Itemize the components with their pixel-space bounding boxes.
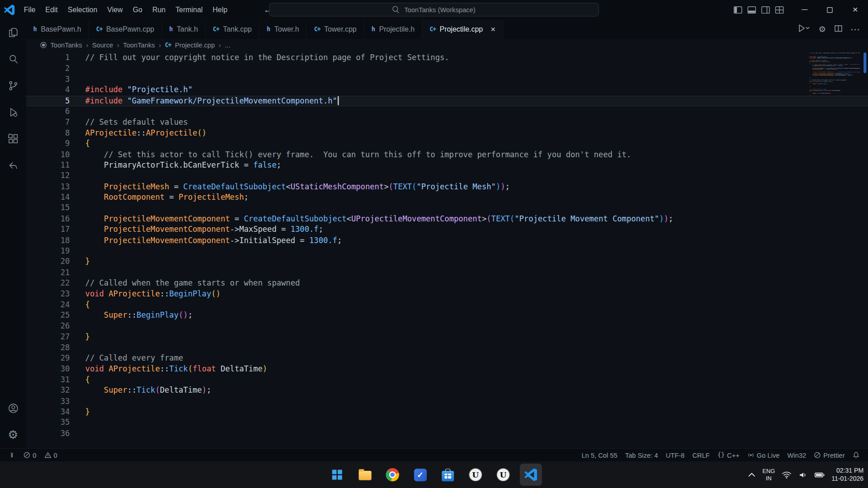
- code-line-31[interactable]: 31{: [26, 375, 868, 385]
- line-number[interactable]: 7: [26, 117, 70, 128]
- extensions-icon[interactable]: [0, 126, 26, 152]
- code-line-29[interactable]: 29// Called every frame: [26, 353, 868, 364]
- line-number[interactable]: 35: [26, 418, 70, 428]
- unreal-engine-button-2[interactable]: U: [492, 464, 514, 486]
- line-number[interactable]: 15: [26, 203, 70, 214]
- code-line-1[interactable]: 1// Fill out your copyright notice in th…: [26, 52, 868, 63]
- status-eol[interactable]: CRLF: [689, 451, 714, 459]
- menu-file[interactable]: File: [19, 0, 41, 19]
- menu-go[interactable]: Go: [128, 0, 147, 19]
- code-line-20[interactable]: 20}: [26, 256, 868, 267]
- menu-selection[interactable]: Selection: [63, 0, 103, 19]
- microsoft-store-button[interactable]: [437, 464, 459, 486]
- vscode-taskbar-button[interactable]: [520, 464, 542, 486]
- line-number[interactable]: 33: [26, 396, 70, 407]
- toggle-secondary-sidebar-icon[interactable]: [761, 6, 770, 14]
- code-line-3[interactable]: 3: [26, 74, 868, 85]
- command-center-search[interactable]: ToonTanks (Workspace): [269, 3, 599, 17]
- status-language-mode[interactable]: {}C++: [713, 451, 743, 459]
- menu-help[interactable]: Help: [208, 0, 232, 19]
- code-line-12[interactable]: 12: [26, 171, 868, 182]
- code-line-32[interactable]: 32 Super::Tick(DeltaTime);: [26, 385, 868, 396]
- code-line-13[interactable]: 13 ProjectileMesh = CreateDefaultSubobje…: [26, 181, 868, 192]
- run-debug-icon[interactable]: [0, 99, 26, 126]
- tab-Tower.h[interactable]: hTower.h: [259, 19, 307, 39]
- breadcrumb-item[interactable]: ...: [225, 41, 230, 49]
- status-errors[interactable]: 0: [19, 451, 40, 459]
- line-number[interactable]: 23: [26, 289, 70, 300]
- line-number[interactable]: 28: [26, 342, 70, 353]
- code-line-25[interactable]: 25 Super::BeginPlay();: [26, 310, 868, 321]
- line-number[interactable]: 3: [26, 74, 70, 85]
- code-line-18[interactable]: 18 ProjectileMovementComponent->InitialS…: [26, 235, 868, 246]
- menu-view[interactable]: View: [102, 0, 127, 19]
- run-file-button[interactable]: [797, 24, 810, 34]
- toggle-panel-icon[interactable]: [747, 6, 756, 14]
- line-number[interactable]: 22: [26, 278, 70, 289]
- code-line-10[interactable]: 10 // Set this actor to call Tick() ever…: [26, 149, 868, 160]
- maximize-button[interactable]: [817, 0, 842, 19]
- todo-button[interactable]: ✓: [409, 464, 431, 486]
- code-editor[interactable]: 1// Fill out your copyright notice in th…: [26, 52, 868, 448]
- line-number[interactable]: 18: [26, 235, 70, 246]
- line-number[interactable]: 34: [26, 407, 70, 418]
- code-line-7[interactable]: 7// Sets default values: [26, 117, 868, 128]
- line-number[interactable]: 14: [26, 192, 70, 203]
- tab-BasePawn.cpp[interactable]: C+BasePawn.cpp: [89, 19, 162, 39]
- line-number[interactable]: 31: [26, 375, 70, 385]
- tab-Projectile.h[interactable]: hProjectile.h: [364, 19, 422, 39]
- status-warnings[interactable]: 0: [40, 451, 61, 459]
- reply-arrow-extension-icon[interactable]: [0, 152, 26, 179]
- status-go-live[interactable]: Go Live: [743, 451, 783, 459]
- menu-terminal[interactable]: Terminal: [170, 0, 208, 19]
- manage-gear-icon[interactable]: ⚙: [818, 24, 826, 34]
- status-prettier[interactable]: Prettier: [810, 451, 849, 459]
- line-number[interactable]: 25: [26, 310, 70, 321]
- line-number[interactable]: 17: [26, 224, 70, 235]
- status-notifications[interactable]: [849, 451, 863, 459]
- line-number[interactable]: 32: [26, 385, 70, 396]
- chrome-button[interactable]: [382, 464, 404, 486]
- tab-BasePawn.h[interactable]: hBasePawn.h: [26, 19, 89, 39]
- unreal-engine-button-1[interactable]: U: [464, 464, 486, 486]
- line-number[interactable]: 13: [26, 181, 70, 192]
- tab-Tank.cpp[interactable]: C+Tank.cpp: [206, 19, 259, 39]
- line-number[interactable]: 21: [26, 267, 70, 278]
- tab-Tower.cpp[interactable]: C+Tower.cpp: [307, 19, 364, 39]
- code-line-24[interactable]: 24{: [26, 299, 868, 310]
- tab-Projectile.cpp[interactable]: C+Projectile.cpp×: [422, 19, 503, 39]
- code-line-6[interactable]: 6: [26, 106, 868, 117]
- line-number[interactable]: 16: [26, 213, 70, 224]
- line-number[interactable]: 9: [26, 138, 70, 149]
- breadcrumb-item[interactable]: ToonTanks: [123, 41, 155, 49]
- code-line-21[interactable]: 21: [26, 267, 868, 278]
- line-number[interactable]: 1: [26, 52, 70, 63]
- code-line-5[interactable]: 5#include "GameFramework/ProjectileMovem…: [26, 95, 868, 106]
- line-number[interactable]: 4: [26, 85, 70, 96]
- more-actions-icon[interactable]: ···: [851, 24, 860, 33]
- language-indicator[interactable]: ENGIN: [762, 468, 775, 482]
- menu-run[interactable]: Run: [147, 0, 170, 19]
- code-line-16[interactable]: 16 ProjectileMovementComponent = CreateD…: [26, 213, 868, 224]
- code-line-35[interactable]: 35: [26, 418, 868, 428]
- source-control-icon[interactable]: [0, 72, 26, 99]
- minimap[interactable]: // Fill out your copyright notice in the…: [809, 52, 860, 99]
- code-line-2[interactable]: 2: [26, 63, 868, 74]
- line-number[interactable]: 11: [26, 160, 70, 171]
- breadcrumb-item[interactable]: Projectile.cpp: [175, 41, 215, 49]
- close-button[interactable]: ×: [843, 0, 868, 19]
- line-number[interactable]: 26: [26, 321, 70, 332]
- account-icon[interactable]: [0, 395, 26, 422]
- code-line-15[interactable]: 15: [26, 203, 868, 214]
- line-number[interactable]: 6: [26, 106, 70, 117]
- line-number[interactable]: 36: [26, 428, 70, 439]
- status-remote[interactable]: [5, 451, 19, 459]
- code-line-8[interactable]: 8AProjectile::AProjectile(): [26, 128, 868, 139]
- customize-layout-icon[interactable]: [775, 6, 784, 14]
- line-number[interactable]: 24: [26, 299, 70, 310]
- line-number[interactable]: 8: [26, 128, 70, 139]
- code-line-19[interactable]: 19: [26, 246, 868, 257]
- status-encoding[interactable]: UTF-8: [662, 451, 689, 459]
- line-number[interactable]: 27: [26, 332, 70, 343]
- file-explorer-button[interactable]: [354, 464, 376, 486]
